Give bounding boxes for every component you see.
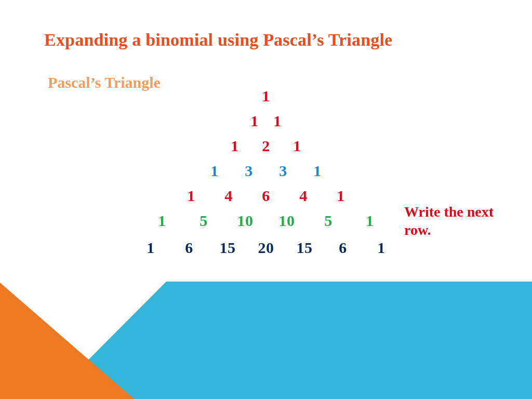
- triangle-cell: 5: [308, 213, 349, 229]
- triangle-row: 121: [0, 138, 532, 154]
- triangle-cell: 4: [210, 188, 247, 204]
- triangle-cell: 1: [131, 240, 170, 256]
- triangle-cell: 20: [247, 240, 285, 256]
- triangle-row: 14641: [0, 188, 532, 204]
- triangle-row: 11: [0, 113, 532, 129]
- triangle-cell: 1: [141, 213, 183, 229]
- footer-shapes-icon: [0, 282, 532, 399]
- triangle-cell: 1: [300, 163, 335, 179]
- triangle-cell: 15: [285, 240, 324, 256]
- instruction-note: Write the next row.: [404, 203, 498, 239]
- slide-footer-decoration: [0, 282, 532, 399]
- triangle-cell: 1: [257, 88, 275, 104]
- triangle-cell: 4: [285, 188, 322, 204]
- triangle-cell: 2: [250, 138, 282, 154]
- triangle-cell: 3: [232, 163, 266, 179]
- triangle-cell: 1: [282, 138, 313, 154]
- svg-marker-1: [166, 282, 532, 399]
- triangle-cell: 6: [324, 240, 362, 256]
- triangle-cell: 1: [219, 138, 250, 154]
- triangle-cell: 3: [266, 163, 300, 179]
- slide-title: Expanding a binomial using Pascal’s Tria…: [44, 30, 392, 50]
- triangle-cell: 5: [183, 213, 224, 229]
- triangle-cell: 1: [243, 113, 266, 129]
- triangle-cell: 6: [170, 240, 208, 256]
- triangle-cell: 10: [224, 213, 266, 229]
- triangle-cell: 1: [172, 188, 210, 204]
- triangle-cell: 15: [208, 240, 247, 256]
- triangle-row: 1: [0, 88, 532, 104]
- triangle-cell: 10: [266, 213, 308, 229]
- triangle-cell: 1: [349, 213, 391, 229]
- triangle-cell: 1: [322, 188, 360, 204]
- triangle-row: 1331: [0, 163, 532, 179]
- triangle-row: 1615201561: [0, 240, 532, 256]
- triangle-cell: 6: [247, 188, 285, 204]
- triangle-cell: 1: [197, 163, 232, 179]
- triangle-cell: 1: [362, 240, 401, 256]
- triangle-cell: 1: [266, 113, 289, 129]
